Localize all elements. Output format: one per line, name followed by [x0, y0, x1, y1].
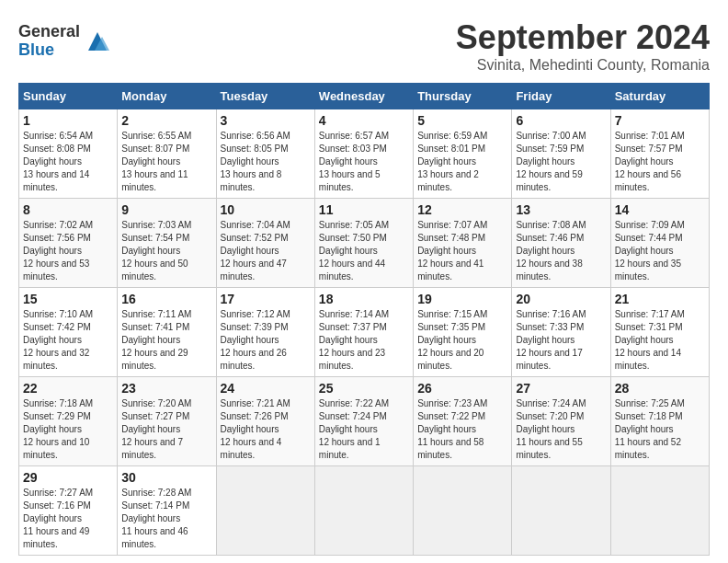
- day-number: 18: [319, 292, 409, 306]
- day-info: Sunrise: 7:09 AM Sunset: 7:44 PM Dayligh…: [615, 219, 705, 283]
- day-info: Sunrise: 7:11 AM Sunset: 7:41 PM Dayligh…: [121, 308, 211, 373]
- day-info: Sunrise: 7:23 AM Sunset: 7:22 PM Dayligh…: [417, 397, 507, 462]
- page-header: General Blue September 2024 Svinita, Meh…: [18, 18, 710, 74]
- month-title: September 2024: [456, 18, 710, 57]
- day-number: 8: [23, 202, 113, 217]
- day-number: 1: [23, 113, 113, 128]
- day-info: Sunrise: 7:16 AM Sunset: 7:33 PM Dayligh…: [516, 308, 606, 373]
- calendar-cell: 18 Sunrise: 7:14 AM Sunset: 7:37 PM Dayl…: [314, 288, 413, 377]
- day-info: Sunrise: 7:03 AM Sunset: 7:54 PM Dayligh…: [121, 219, 211, 283]
- calendar-cell: 4 Sunrise: 6:57 AM Sunset: 8:03 PM Dayli…: [314, 109, 413, 199]
- day-number: 25: [319, 381, 409, 396]
- day-number: 12: [417, 202, 507, 217]
- logo-icon: [84, 28, 111, 55]
- day-info: Sunrise: 6:56 AM Sunset: 8:05 PM Dayligh…: [221, 130, 311, 194]
- day-info: Sunrise: 7:02 AM Sunset: 7:56 PM Dayligh…: [23, 219, 113, 283]
- day-info: Sunrise: 7:25 AM Sunset: 7:18 PM Dayligh…: [615, 397, 705, 462]
- day-number: 6: [516, 113, 606, 128]
- calendar-cell: 6 Sunrise: 7:00 AM Sunset: 7:59 PM Dayli…: [512, 109, 610, 199]
- day-info: Sunrise: 7:00 AM Sunset: 7:59 PM Dayligh…: [516, 130, 606, 194]
- calendar-week-row: 8 Sunrise: 7:02 AM Sunset: 7:56 PM Dayli…: [19, 199, 710, 288]
- calendar-cell: 9 Sunrise: 7:03 AM Sunset: 7:54 PM Dayli…: [118, 199, 216, 288]
- day-number: 4: [319, 113, 409, 128]
- calendar-cell: 2 Sunrise: 6:55 AM Sunset: 8:07 PM Dayli…: [118, 109, 216, 199]
- calendar-cell: [610, 466, 709, 556]
- title-area: September 2024 Svinita, Mehedinti County…: [456, 18, 710, 74]
- day-info: Sunrise: 7:01 AM Sunset: 7:57 PM Dayligh…: [615, 130, 705, 194]
- day-number: 27: [516, 381, 606, 396]
- calendar-cell: 1 Sunrise: 6:54 AM Sunset: 8:08 PM Dayli…: [19, 109, 118, 199]
- logo-general: General: [18, 22, 80, 40]
- calendar-cell: 25 Sunrise: 7:22 AM Sunset: 7:24 PM Dayl…: [314, 377, 413, 466]
- day-info: Sunrise: 7:05 AM Sunset: 7:50 PM Dayligh…: [319, 219, 409, 283]
- day-number: 23: [121, 381, 211, 396]
- calendar-week-row: 22 Sunrise: 7:18 AM Sunset: 7:29 PM Dayl…: [19, 377, 710, 466]
- day-number: 26: [417, 381, 507, 396]
- day-number: 28: [615, 381, 705, 396]
- day-number: 9: [121, 202, 211, 217]
- weekday-header-sunday: Sunday: [19, 84, 118, 109]
- calendar-cell: 27 Sunrise: 7:24 AM Sunset: 7:20 PM Dayl…: [512, 377, 610, 466]
- calendar-cell: 5 Sunrise: 6:59 AM Sunset: 8:01 PM Dayli…: [414, 109, 512, 199]
- calendar-cell: [512, 466, 610, 556]
- calendar-table: SundayMondayTuesdayWednesdayThursdayFrid…: [18, 83, 710, 556]
- calendar-cell: 17 Sunrise: 7:12 AM Sunset: 7:39 PM Dayl…: [216, 288, 314, 377]
- calendar-cell: 24 Sunrise: 7:21 AM Sunset: 7:26 PM Dayl…: [216, 377, 314, 466]
- day-number: 5: [417, 113, 507, 128]
- day-info: Sunrise: 7:27 AM Sunset: 7:16 PM Dayligh…: [23, 487, 113, 551]
- calendar-week-row: 1 Sunrise: 6:54 AM Sunset: 8:08 PM Dayli…: [19, 109, 710, 199]
- calendar-body: 1 Sunrise: 6:54 AM Sunset: 8:08 PM Dayli…: [19, 109, 710, 556]
- day-number: 21: [615, 292, 705, 306]
- day-info: Sunrise: 7:04 AM Sunset: 7:52 PM Dayligh…: [221, 219, 311, 283]
- day-number: 29: [23, 470, 113, 485]
- day-number: 11: [319, 202, 409, 217]
- day-number: 30: [121, 470, 211, 485]
- day-number: 15: [23, 292, 113, 306]
- day-number: 17: [221, 292, 311, 306]
- calendar-cell: 16 Sunrise: 7:11 AM Sunset: 7:41 PM Dayl…: [118, 288, 216, 377]
- calendar-cell: 3 Sunrise: 6:56 AM Sunset: 8:05 PM Dayli…: [216, 109, 314, 199]
- day-number: 3: [221, 113, 311, 128]
- day-info: Sunrise: 7:15 AM Sunset: 7:35 PM Dayligh…: [417, 308, 507, 373]
- calendar-cell: 13 Sunrise: 7:08 AM Sunset: 7:46 PM Dayl…: [512, 199, 610, 288]
- calendar-cell: 29 Sunrise: 7:27 AM Sunset: 7:16 PM Dayl…: [19, 466, 118, 556]
- weekday-header-thursday: Thursday: [414, 84, 512, 109]
- day-info: Sunrise: 7:08 AM Sunset: 7:46 PM Dayligh…: [516, 219, 606, 283]
- day-number: 24: [221, 381, 311, 396]
- calendar-cell: 22 Sunrise: 7:18 AM Sunset: 7:29 PM Dayl…: [19, 377, 118, 466]
- day-info: Sunrise: 7:10 AM Sunset: 7:42 PM Dayligh…: [23, 308, 113, 373]
- calendar-cell: 15 Sunrise: 7:10 AM Sunset: 7:42 PM Dayl…: [19, 288, 118, 377]
- day-info: Sunrise: 6:54 AM Sunset: 8:08 PM Dayligh…: [23, 130, 113, 194]
- calendar-cell: [414, 466, 512, 556]
- day-number: 16: [121, 292, 211, 306]
- weekday-header-friday: Friday: [512, 84, 610, 109]
- day-number: 13: [516, 202, 606, 217]
- day-info: Sunrise: 6:55 AM Sunset: 8:07 PM Dayligh…: [121, 130, 211, 194]
- day-number: 19: [417, 292, 507, 306]
- day-info: Sunrise: 7:18 AM Sunset: 7:29 PM Dayligh…: [23, 397, 113, 462]
- calendar-cell: 10 Sunrise: 7:04 AM Sunset: 7:52 PM Dayl…: [216, 199, 314, 288]
- calendar-cell: 7 Sunrise: 7:01 AM Sunset: 7:57 PM Dayli…: [610, 109, 709, 199]
- logo: General Blue: [18, 23, 111, 60]
- day-info: Sunrise: 7:14 AM Sunset: 7:37 PM Dayligh…: [319, 308, 409, 373]
- weekday-header-saturday: Saturday: [610, 84, 709, 109]
- calendar-cell: 30 Sunrise: 7:28 AM Sunset: 7:14 PM Dayl…: [118, 466, 216, 556]
- calendar-cell: 26 Sunrise: 7:23 AM Sunset: 7:22 PM Dayl…: [414, 377, 512, 466]
- logo-blue: Blue: [18, 40, 54, 59]
- calendar-cell: 14 Sunrise: 7:09 AM Sunset: 7:44 PM Dayl…: [610, 199, 709, 288]
- day-info: Sunrise: 7:07 AM Sunset: 7:48 PM Dayligh…: [417, 219, 507, 283]
- day-info: Sunrise: 7:12 AM Sunset: 7:39 PM Dayligh…: [221, 308, 311, 373]
- calendar-week-row: 15 Sunrise: 7:10 AM Sunset: 7:42 PM Dayl…: [19, 288, 710, 377]
- day-number: 7: [615, 113, 705, 128]
- day-number: 22: [23, 381, 113, 396]
- day-info: Sunrise: 7:20 AM Sunset: 7:27 PM Dayligh…: [121, 397, 211, 462]
- day-info: Sunrise: 6:57 AM Sunset: 8:03 PM Dayligh…: [319, 130, 409, 194]
- weekday-header-monday: Monday: [118, 84, 216, 109]
- day-info: Sunrise: 7:28 AM Sunset: 7:14 PM Dayligh…: [121, 487, 211, 551]
- day-info: Sunrise: 7:24 AM Sunset: 7:20 PM Dayligh…: [516, 397, 606, 462]
- calendar-cell: 20 Sunrise: 7:16 AM Sunset: 7:33 PM Dayl…: [512, 288, 610, 377]
- location: Svinita, Mehedinti County, Romania: [456, 57, 710, 74]
- day-info: Sunrise: 7:17 AM Sunset: 7:31 PM Dayligh…: [615, 308, 705, 373]
- calendar-cell: 12 Sunrise: 7:07 AM Sunset: 7:48 PM Dayl…: [414, 199, 512, 288]
- calendar-cell: 28 Sunrise: 7:25 AM Sunset: 7:18 PM Dayl…: [610, 377, 709, 466]
